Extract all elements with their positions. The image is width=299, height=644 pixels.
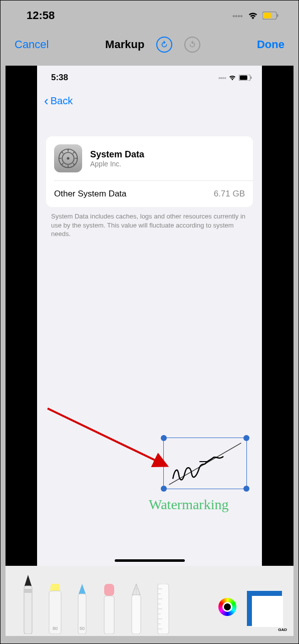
markup-toolbar: Cancel Markup Done	[1, 31, 298, 62]
undo-button[interactable]	[156, 37, 172, 53]
svg-line-13	[62, 152, 63, 153]
svg-rect-29	[104, 584, 114, 596]
home-indicator	[115, 559, 185, 562]
card-title: System Data	[90, 149, 144, 160]
card-subtitle: Apple Inc.	[90, 160, 144, 168]
inner-wifi-icon	[228, 75, 236, 81]
svg-rect-4	[240, 76, 247, 80]
redo-button[interactable]	[184, 37, 200, 53]
svg-line-16	[73, 152, 75, 153]
watermark-brand-text: GAD	[278, 627, 287, 632]
svg-rect-30	[104, 596, 114, 634]
lasso-tool[interactable]	[126, 584, 146, 636]
svg-rect-2	[277, 14, 278, 17]
other-system-data-label: Other System Data	[54, 189, 127, 199]
pencil-tool[interactable]: 50	[72, 584, 92, 636]
signature-selection-box[interactable]	[163, 438, 247, 489]
chevron-left-icon: ‹	[44, 93, 49, 109]
system-data-card: System Data Apple Inc. Other System Data…	[46, 136, 253, 207]
svg-point-8	[67, 157, 69, 159]
wifi-icon	[247, 11, 258, 20]
inner-screenshot: 5:38 ●●●● ‹ Back	[37, 66, 262, 566]
inner-cellular-dots-icon: ●●●●	[218, 76, 226, 80]
svg-text:50: 50	[80, 626, 85, 631]
cellular-dots-icon: ●●●●	[232, 13, 242, 19]
svg-rect-21	[24, 586, 32, 634]
outer-time: 12:58	[16, 9, 55, 22]
svg-marker-26	[79, 584, 86, 594]
svg-rect-22	[24, 589, 32, 593]
highlighter-tool[interactable]: 80	[45, 584, 65, 636]
other-system-data-value: 6.71 GB	[214, 189, 245, 199]
battery-icon	[262, 12, 278, 20]
outer-status-icons: ●●●●	[232, 11, 283, 20]
undo-icon	[160, 40, 169, 49]
watermark-text-annotation[interactable]: Watermarking	[149, 497, 228, 513]
settings-gear-icon	[54, 144, 82, 172]
back-button: ‹ Back	[37, 86, 262, 116]
svg-rect-32	[132, 595, 141, 634]
signature-icon	[164, 438, 246, 489]
footer-description: System Data includes caches, logs and ot…	[51, 212, 248, 239]
inner-status-bar: 5:38 ●●●●	[37, 66, 262, 86]
svg-marker-20	[25, 575, 32, 586]
inner-battery-icon	[239, 75, 252, 81]
svg-rect-1	[263, 13, 271, 18]
current-color-icon	[222, 602, 232, 612]
inner-time: 5:38	[51, 73, 68, 83]
pen-tool[interactable]	[18, 575, 38, 636]
color-picker-button[interactable]	[218, 598, 236, 616]
done-button[interactable]: Done	[257, 38, 284, 51]
svg-line-14	[73, 163, 75, 165]
ruler-tool[interactable]	[153, 584, 173, 636]
svg-text:80: 80	[53, 626, 58, 631]
outer-status-bar: 12:58 ●●●●	[1, 1, 298, 31]
annotation-arrow-icon	[45, 406, 175, 471]
svg-line-15	[62, 163, 63, 165]
markup-tools-panel: 80 50	[6, 566, 293, 636]
redo-icon	[188, 40, 197, 49]
cancel-button[interactable]: Cancel	[15, 38, 49, 51]
svg-line-19	[48, 408, 165, 465]
canvas-area[interactable]: 5:38 ●●●● ‹ Back	[6, 66, 293, 566]
eraser-tool[interactable]	[99, 584, 119, 636]
add-tool-button[interactable]: GAD	[247, 591, 286, 630]
back-label: Back	[51, 95, 73, 107]
svg-marker-23	[50, 584, 60, 591]
page-title: Markup	[105, 38, 144, 51]
svg-rect-5	[251, 77, 252, 79]
